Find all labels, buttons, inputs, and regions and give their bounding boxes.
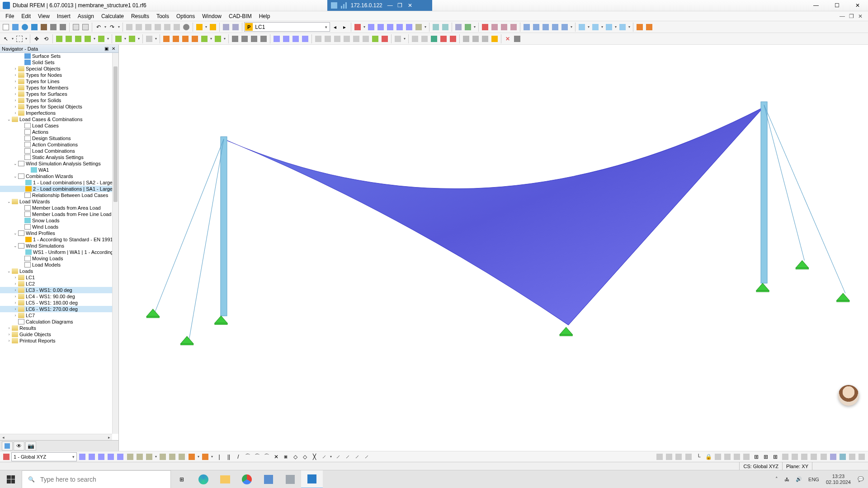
tool-c-button[interactable] [386, 23, 395, 32]
tree-item[interactable]: 1 - Load combinations | SA2 - Large defo… [0, 179, 118, 186]
taskbar-search[interactable]: 🔍 [22, 470, 171, 488]
tree-item[interactable]: ›Printout Reports [0, 338, 118, 344]
task-app2-button[interactable] [279, 470, 301, 488]
remote-close-button[interactable]: ✕ [406, 2, 414, 9]
view1-button[interactable] [125, 23, 134, 32]
tree-item[interactable]: Member Loads from Area Load [0, 205, 118, 211]
tree-item[interactable]: ›LC1 [0, 274, 118, 281]
start-button[interactable] [0, 470, 22, 488]
tool-a-button[interactable] [367, 23, 376, 32]
cursor-dropdown[interactable]: ▾ [11, 37, 14, 41]
assistant-avatar[interactable] [838, 385, 859, 406]
remote-session-bar[interactable]: 172.16.0.122 — ❐ ✕ [327, 0, 432, 11]
hinge-dropdown[interactable]: ▾ [137, 37, 141, 41]
dim1-dropdown[interactable]: ▾ [154, 37, 158, 41]
indent-left-button[interactable] [222, 23, 231, 32]
grid-a-button[interactable] [126, 452, 135, 461]
tree-scrollbar-vertical[interactable] [112, 53, 118, 434]
osnap1-dropdown[interactable]: ▾ [197, 455, 200, 459]
copy-button[interactable] [71, 23, 80, 32]
calc-all-button[interactable] [208, 23, 217, 32]
menu-assign[interactable]: Assign [74, 12, 98, 20]
redo-dropdown[interactable]: ▾ [117, 25, 121, 29]
grid4-button[interactable] [439, 34, 448, 43]
tool-f-button[interactable] [414, 23, 423, 32]
nav-tab-display[interactable]: 👁 [14, 441, 24, 450]
tree-item[interactable]: Moving Loads [0, 255, 118, 262]
layer3-dropdown[interactable]: ▾ [614, 25, 618, 29]
solid-button[interactable] [97, 34, 106, 43]
tree-item[interactable]: ⌄Combination Wizards [0, 173, 118, 179]
layer3-button[interactable] [604, 23, 613, 32]
move-button[interactable]: ✥ [32, 34, 41, 43]
plane-yz-button[interactable]: ⊞ [761, 452, 770, 461]
mdi-minimize-button[interactable]: — [838, 13, 846, 19]
osnap2-dropdown[interactable]: ▾ [210, 455, 214, 459]
aux1-dropdown[interactable]: ▾ [329, 455, 333, 459]
line-tool-11[interactable]: ╳ [310, 452, 319, 461]
tree-item[interactable]: Snow Loads [0, 217, 118, 224]
tree-item[interactable]: ›LC7 [0, 312, 118, 319]
layer4-button[interactable] [618, 23, 627, 32]
tree-item[interactable]: Actions [0, 129, 118, 135]
model-viewport[interactable] [119, 45, 868, 451]
menu-results[interactable]: Results [127, 12, 153, 20]
aux3-button[interactable]: ⟋ [343, 452, 352, 461]
tool-j-button[interactable] [463, 23, 472, 32]
grid-f-button[interactable] [177, 452, 186, 461]
tree-item[interactable]: Calculation Diagrams [0, 319, 118, 325]
calc-dropdown[interactable]: ▾ [204, 25, 208, 29]
aux4-button[interactable]: ⟋ [353, 452, 362, 461]
measure-button[interactable] [393, 34, 402, 43]
snap1-button[interactable] [78, 452, 87, 461]
snap4-button[interactable] [106, 452, 115, 461]
task-explorer-button[interactable] [214, 470, 236, 488]
tree-item[interactable]: ›Guide Objects [0, 331, 118, 338]
cursor-button[interactable]: ↖ [1, 34, 10, 43]
tree-item[interactable]: ›Types for Nodes [0, 72, 118, 78]
layer2-button[interactable] [591, 23, 600, 32]
camera-button[interactable] [513, 34, 522, 43]
navigator-header[interactable]: Navigator - Data ▣ ✕ [0, 45, 118, 53]
solid-dropdown[interactable]: ▾ [106, 37, 110, 41]
menu-options[interactable]: Options [173, 12, 198, 20]
tool-j-dropdown[interactable]: ▾ [473, 25, 476, 29]
line-tool-1[interactable]: | [215, 452, 224, 461]
navigator-tree[interactable]: Surface SetsSolid Sets›Special Objects›T… [0, 53, 118, 440]
view6-button[interactable] [172, 23, 181, 32]
redo-button[interactable]: ↷ [108, 23, 117, 32]
save-button[interactable] [39, 23, 48, 32]
draw2-button[interactable] [323, 34, 332, 43]
calc-button[interactable] [195, 23, 204, 32]
mod2-button[interactable] [282, 34, 291, 43]
loadcase-select[interactable]: P LC1 ▾ [244, 22, 330, 32]
tree-item[interactable]: ›Types for Surfaces [0, 91, 118, 97]
draw8-button[interactable] [380, 34, 389, 43]
window-minimize-button[interactable]: — [806, 0, 826, 11]
tree-scrollbar-horizontal[interactable]: ◂▸ [0, 434, 112, 440]
edit3-button[interactable] [250, 34, 259, 43]
select-button[interactable] [15, 34, 24, 43]
measure-dropdown[interactable]: ▾ [403, 37, 406, 41]
sort1-button[interactable] [522, 23, 531, 32]
tool-m-button[interactable] [509, 23, 518, 32]
tool-g-button[interactable] [431, 23, 440, 32]
aux5-button[interactable]: ⟋ [362, 452, 371, 461]
layer4-dropdown[interactable]: ▾ [627, 25, 631, 29]
tree-item[interactable]: ›Special Objects [0, 66, 118, 72]
tree-item[interactable]: ›Imperfections [0, 110, 118, 116]
grid-c-button[interactable] [145, 452, 154, 461]
grid5-button[interactable] [448, 34, 458, 43]
hinge-button[interactable] [127, 34, 137, 43]
ext3-button[interactable] [800, 452, 809, 461]
task-app1-button[interactable] [258, 470, 279, 488]
undo-button[interactable]: ↶ [94, 23, 103, 32]
tree-item[interactable]: 1 - According to Standard - EN 1991 | CE… [0, 236, 118, 243]
line-tool-10[interactable]: ◇ [300, 452, 309, 461]
render2-button[interactable] [829, 452, 838, 461]
link3-button[interactable] [481, 34, 490, 43]
menu-window[interactable]: Window [198, 12, 225, 20]
tray-lang[interactable]: ENG [806, 477, 821, 482]
navigator-pin-button[interactable]: ▣ [103, 46, 109, 52]
vis4-button[interactable] [742, 452, 751, 461]
